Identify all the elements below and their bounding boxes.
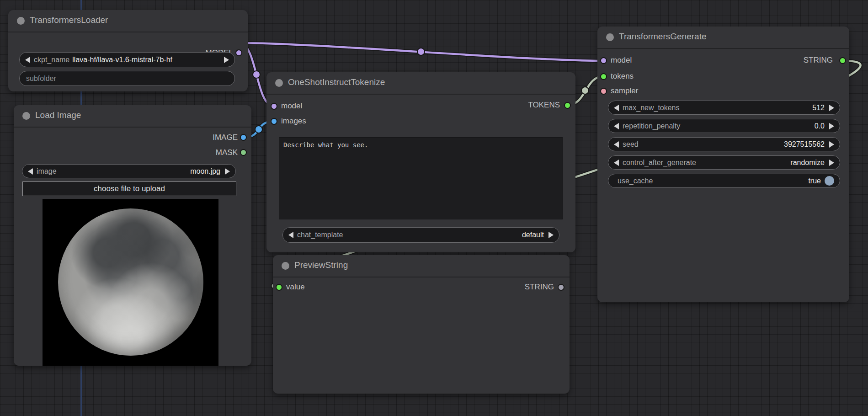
node-title: Load Image bbox=[35, 110, 81, 120]
output-label-string: STRING bbox=[525, 281, 554, 293]
widget-value: moon.jpg bbox=[57, 167, 220, 176]
widget-subfolder[interactable]: subfolder bbox=[19, 71, 235, 86]
widget-value: true bbox=[653, 177, 821, 185]
prompt-textarea[interactable]: Describe what you see. bbox=[279, 137, 563, 219]
input-label-value: value bbox=[286, 281, 305, 293]
increment-arrow-icon[interactable] bbox=[829, 141, 834, 148]
widget-label: control_after_generate bbox=[623, 159, 696, 167]
output-label-tokens: TOKENS bbox=[528, 99, 560, 111]
input-label-model: model bbox=[611, 54, 632, 66]
increment-arrow-icon[interactable] bbox=[829, 160, 834, 166]
input-port-tokens[interactable] bbox=[600, 73, 607, 80]
image-preview bbox=[43, 199, 218, 366]
widget-label: seed bbox=[623, 140, 639, 149]
link-midpoint-dot[interactable] bbox=[417, 48, 425, 55]
node-status-dot[interactable] bbox=[275, 79, 283, 87]
node-oneshotinstructtokenize[interactable]: OneShotInstructTokenize model images TOK… bbox=[266, 72, 575, 252]
widget-label: image bbox=[37, 167, 57, 176]
widget-control-after-generate[interactable]: control_after_generate randomize bbox=[608, 155, 840, 170]
output-label-string: STRING bbox=[804, 54, 833, 66]
node-header[interactable]: TransformersLoader bbox=[8, 10, 248, 32]
node-status-dot[interactable] bbox=[22, 112, 30, 120]
widget-ckpt-name[interactable]: ckpt_name llava-hf/llava-v1.6-mistral-7b… bbox=[19, 52, 235, 67]
decrement-arrow-icon[interactable] bbox=[614, 105, 619, 111]
widget-seed[interactable]: seed 3927515562 bbox=[608, 137, 840, 151]
widget-value: llava-hf/llava-v1.6-mistral-7b-hf bbox=[72, 56, 224, 64]
input-label-sampler: sampler bbox=[611, 85, 638, 97]
widget-value: 3927515562 bbox=[639, 140, 825, 149]
link-midpoint-dot[interactable] bbox=[581, 87, 589, 94]
decrement-arrow-icon[interactable] bbox=[614, 160, 619, 166]
output-port-string[interactable] bbox=[839, 57, 846, 64]
link-midpoint-dot[interactable] bbox=[255, 126, 262, 133]
node-graph-canvas[interactable]: TransformersLoader MODEL ckpt_name llava… bbox=[0, 0, 868, 416]
increment-arrow-icon[interactable] bbox=[224, 57, 229, 63]
widget-label: subfolder bbox=[26, 75, 56, 83]
increment-arrow-icon[interactable] bbox=[548, 232, 554, 238]
node-transformersloader[interactable]: TransformersLoader MODEL ckpt_name llava… bbox=[8, 10, 248, 91]
input-port-images[interactable] bbox=[271, 118, 277, 125]
increment-arrow-icon[interactable] bbox=[829, 105, 834, 111]
input-label-images: images bbox=[281, 115, 306, 127]
input-label-model: model bbox=[281, 100, 302, 112]
node-transformersgenerate[interactable]: TransformersGenerate model tokens sample… bbox=[597, 27, 849, 302]
node-header[interactable]: Load Image bbox=[14, 105, 251, 128]
widget-label: chat_template bbox=[297, 231, 343, 239]
output-port-string[interactable] bbox=[558, 284, 564, 291]
input-port-model[interactable] bbox=[600, 57, 607, 64]
output-port-tokens[interactable] bbox=[564, 102, 571, 109]
node-header[interactable]: OneShotInstructTokenize bbox=[266, 72, 575, 95]
decrement-arrow-icon[interactable] bbox=[614, 141, 619, 148]
output-port-image[interactable] bbox=[240, 134, 247, 141]
widget-chat-template[interactable]: chat_template default bbox=[282, 227, 559, 243]
widget-label: max_new_tokens bbox=[623, 104, 680, 112]
node-status-dot[interactable] bbox=[282, 262, 289, 270]
widget-label: repetition_penalty bbox=[623, 122, 680, 130]
node-title: PreviewString bbox=[294, 260, 348, 270]
widget-value: default bbox=[343, 231, 544, 239]
choose-file-button[interactable]: choose file to upload bbox=[22, 181, 236, 196]
input-port-sampler[interactable] bbox=[600, 88, 607, 95]
decrement-arrow-icon[interactable] bbox=[614, 123, 619, 129]
node-title: TransformersGenerate bbox=[619, 32, 706, 42]
node-title: OneShotInstructTokenize bbox=[288, 77, 385, 87]
node-status-dot[interactable] bbox=[606, 33, 614, 41]
input-port-value[interactable] bbox=[276, 284, 282, 291]
decrement-arrow-icon[interactable] bbox=[28, 168, 33, 175]
widget-value: 512 bbox=[680, 104, 825, 112]
node-previewstring[interactable]: PreviewString value STRING bbox=[273, 255, 570, 394]
decrement-arrow-icon[interactable] bbox=[25, 57, 30, 63]
node-header[interactable]: TransformersGenerate bbox=[597, 27, 849, 49]
widget-value: 0.0 bbox=[680, 122, 825, 130]
output-port-mask[interactable] bbox=[240, 149, 247, 156]
moon-image bbox=[58, 208, 203, 356]
output-label-mask: MASK bbox=[216, 147, 238, 159]
widget-label: ckpt_name bbox=[34, 56, 69, 64]
widget-label: use_cache bbox=[618, 177, 653, 185]
input-port-model[interactable] bbox=[271, 103, 277, 110]
link-midpoint-dot[interactable] bbox=[253, 71, 260, 78]
output-label-image: IMAGE bbox=[213, 132, 238, 144]
decrement-arrow-icon[interactable] bbox=[288, 232, 293, 238]
widget-use-cache[interactable]: use_cache true bbox=[608, 174, 840, 188]
node-load-image[interactable]: Load Image IMAGE MASK image moon.jpg cho… bbox=[14, 105, 251, 366]
widget-repetition-penalty[interactable]: repetition_penalty 0.0 bbox=[608, 119, 840, 133]
widget-value: randomize bbox=[696, 159, 825, 167]
widget-image[interactable]: image moon.jpg bbox=[22, 164, 236, 178]
node-header[interactable]: PreviewString bbox=[273, 255, 570, 277]
node-status-dot[interactable] bbox=[17, 17, 25, 25]
output-port-model[interactable] bbox=[235, 49, 242, 56]
widget-max-new-tokens[interactable]: max_new_tokens 512 bbox=[608, 101, 840, 115]
increment-arrow-icon[interactable] bbox=[225, 168, 230, 175]
boolean-toggle[interactable] bbox=[825, 176, 834, 186]
increment-arrow-icon[interactable] bbox=[829, 123, 834, 129]
input-label-tokens: tokens bbox=[611, 70, 634, 82]
node-title: TransformersLoader bbox=[30, 15, 108, 25]
